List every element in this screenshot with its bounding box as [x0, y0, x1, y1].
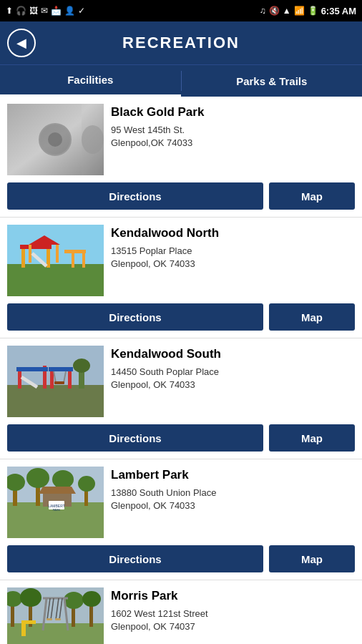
svg-rect-22 [68, 369, 72, 389]
park-address: 1602 West 121st Street Glenpool, OK 7403… [111, 608, 355, 633]
svg-point-28 [73, 358, 90, 373]
park-image [7, 104, 104, 175]
svg-rect-59 [47, 618, 52, 620]
svg-point-38 [78, 476, 95, 492]
park-thumbnail-svg [7, 587, 104, 644]
time-display: 6:35 AM [321, 6, 356, 16]
svg-rect-10 [56, 245, 59, 263]
park-buttons: Directions Map [0, 303, 362, 338]
svg-rect-7 [20, 245, 52, 249]
directions-button[interactable]: Directions [7, 424, 263, 452]
park-buttons: Directions Map [0, 424, 362, 459]
park-address: 14450 South Poplar Place Glenpool, OK 74… [111, 366, 355, 391]
park-row: Kendalwood North 13515 Poplar Place Glen… [0, 218, 362, 303]
park-name: Kendalwood North [111, 226, 355, 240]
svg-point-36 [52, 470, 74, 489]
list-item: LAMBERT PARK Lambert Park 13880 South Un… [0, 459, 362, 580]
list-item: Black Gold Park 95 West 145th St. Glenpo… [0, 97, 362, 218]
svg-rect-19 [16, 367, 48, 371]
gmail-icon: ✉ [41, 6, 48, 16]
mute-icon: 🔇 [269, 6, 280, 16]
svg-rect-64 [21, 620, 36, 624]
image-icon: 🖼 [29, 6, 38, 16]
directions-button[interactable]: Directions [7, 303, 263, 331]
park-name: Black Gold Park [111, 105, 355, 119]
park-name: Morris Park [111, 589, 355, 603]
usb-icon: ⬆ [6, 6, 13, 16]
park-info: Morris Park 1602 West 121st Street Glenp… [111, 587, 355, 644]
svg-rect-23 [49, 367, 73, 371]
status-icons-left: ⬆ 🎧 🖼 ✉ 📩 👤 ✓ [6, 6, 85, 16]
directions-button[interactable]: Directions [7, 182, 263, 210]
svg-rect-13 [72, 250, 74, 268]
svg-rect-4 [7, 264, 104, 296]
park-name: Kendalwood South [111, 347, 355, 361]
park-buttons: Directions Map [0, 182, 362, 217]
signal-icon: 📶 [294, 6, 305, 16]
park-image [7, 346, 104, 417]
park-thumbnail-svg [7, 346, 104, 417]
svg-rect-5 [21, 246, 25, 268]
list-item: Morris Park 1602 West 121st Street Glenp… [0, 580, 362, 644]
tab-facilities[interactable]: Facilities [0, 65, 181, 97]
park-thumbnail-svg [7, 225, 104, 296]
svg-point-2 [48, 132, 62, 147]
status-icons-right: ♫ 🔇 ▲ 📶 🔋 6:35 AM [260, 6, 356, 16]
status-bar: ⬆ 🎧 🖼 ✉ 📩 👤 ✓ ♫ 🔇 ▲ 📶 🔋 6:35 AM [0, 0, 362, 21]
header: ◀ RECREATION [0, 21, 362, 64]
voicemail-icon: 📩 [51, 6, 62, 16]
park-buttons: Directions Map [0, 545, 362, 580]
back-button[interactable]: ◀ [7, 29, 36, 57]
svg-point-34 [26, 468, 49, 488]
park-info: Kendalwood North 13515 Poplar Place Glen… [111, 225, 355, 296]
battery-icon: 🔋 [308, 6, 318, 16]
svg-rect-9 [29, 245, 31, 263]
park-address: 13515 Poplar Place Glenpool, OK 74033 [111, 245, 355, 270]
park-image [7, 587, 104, 644]
park-address: 95 West 145th St. Glenpool,OK 74033 [111, 124, 355, 150]
map-button[interactable]: Map [269, 303, 355, 331]
person-icon: 👤 [64, 6, 75, 16]
page-title: RECREATION [36, 34, 326, 52]
park-row: Morris Park 1602 West 121st Street Glenp… [0, 580, 362, 644]
svg-rect-14 [82, 250, 85, 268]
tab-parks-trails[interactable]: Parks & Trails [182, 65, 363, 97]
svg-rect-16 [7, 385, 104, 417]
park-address: 13880 South Union Place Glenpool, OK 740… [111, 487, 355, 512]
svg-text:PARK: PARK [53, 508, 61, 512]
map-button[interactable]: Map [269, 424, 355, 452]
svg-rect-26 [54, 381, 64, 384]
park-name: Lambert Park [111, 468, 355, 482]
svg-point-49 [20, 588, 41, 607]
list-item: Kendalwood South 14450 South Poplar Plac… [0, 338, 362, 459]
list-item: Kendalwood North 13515 Poplar Place Glen… [0, 218, 362, 338]
park-image: LAMBERT PARK [7, 467, 104, 538]
svg-rect-62 [55, 618, 61, 620]
check-icon: ✓ [78, 6, 85, 16]
wifi-icon: ▲ [283, 6, 291, 16]
park-thumbnail-svg: LAMBERT PARK [7, 467, 104, 538]
park-info: Kendalwood South 14450 South Poplar Plac… [111, 346, 355, 417]
park-info: Lambert Park 13880 South Union Place Gle… [111, 467, 355, 538]
park-image [7, 225, 104, 296]
map-button[interactable]: Map [269, 545, 355, 572]
svg-point-51 [64, 592, 84, 609]
svg-marker-40 [39, 487, 76, 494]
park-row: LAMBERT PARK Lambert Park 13880 South Un… [0, 459, 362, 545]
park-info: Black Gold Park 95 West 145th St. Glenpo… [111, 104, 355, 175]
park-row: Kendalwood South 14450 South Poplar Plac… [0, 338, 362, 424]
parks-list: Black Gold Park 95 West 145th St. Glenpo… [0, 97, 362, 644]
map-button[interactable]: Map [269, 182, 355, 210]
music-icon: ♫ [260, 6, 266, 16]
directions-button[interactable]: Directions [7, 545, 263, 572]
park-thumbnail-svg [7, 104, 82, 175]
svg-point-53 [82, 591, 101, 607]
tab-bar: Facilities Parks & Trails [0, 64, 362, 97]
headset-icon: 🎧 [16, 6, 26, 16]
park-row: Black Gold Park 95 West 145th St. Glenpo… [0, 97, 362, 182]
back-icon: ◀ [16, 35, 26, 51]
